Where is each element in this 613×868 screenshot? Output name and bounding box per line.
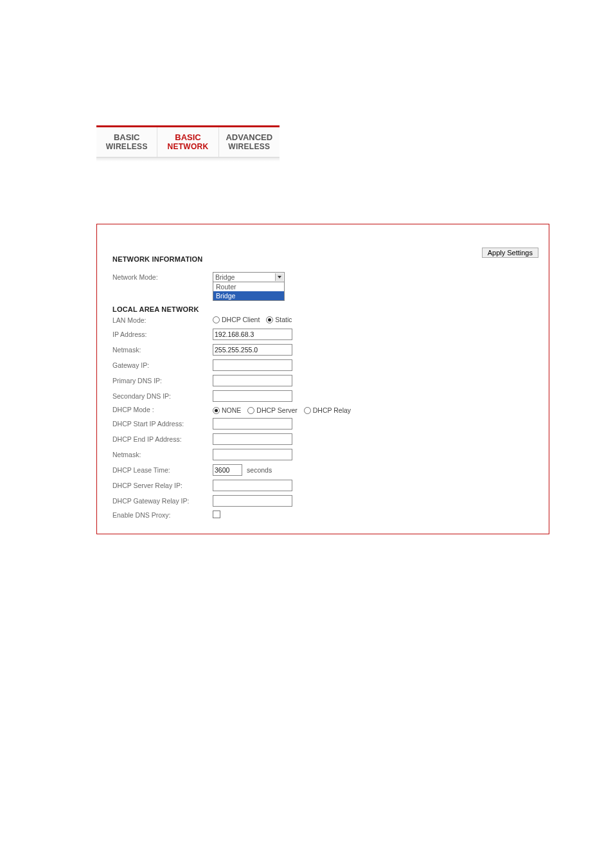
- netmask-input[interactable]: [213, 344, 292, 356]
- lan-mode-label: LAN Mode:: [112, 316, 209, 324]
- dhcp-mode-option-none: NONE: [222, 406, 241, 414]
- dhcp-netmask-label: Netmask:: [112, 451, 209, 458]
- dhcp-lease-time-unit: seconds: [247, 466, 272, 474]
- dhcp-server-relay-ip-input[interactable]: [213, 480, 292, 491]
- lan-mode-radio-group: DHCP Client Static: [213, 316, 292, 323]
- enable-dns-proxy-label: Enable DNS Proxy:: [112, 511, 209, 519]
- section-title-network-info: NETWORK INFORMATION: [112, 255, 537, 263]
- dhcp-mode-radio-relay[interactable]: [304, 407, 311, 414]
- gateway-ip-input[interactable]: [213, 359, 292, 371]
- dhcp-netmask-input[interactable]: [213, 449, 292, 460]
- dhcp-mode-option-relay: DHCP Relay: [313, 406, 351, 414]
- top-tabs: BASIC WIRELESS BASIC NETWORK ADVANCED WI…: [96, 125, 280, 161]
- apply-settings-button[interactable]: Apply Settings: [482, 248, 538, 258]
- chevron-down-icon: [278, 276, 281, 278]
- gateway-ip-label: Gateway IP:: [112, 361, 209, 369]
- tabs-shadow: [96, 158, 280, 161]
- tab-label-line1: BASIC: [175, 133, 200, 142]
- dhcp-mode-radio-server[interactable]: [247, 407, 254, 414]
- ip-address-input[interactable]: [213, 329, 292, 340]
- network-config-panel: Apply Settings NETWORK INFORMATION Netwo…: [96, 224, 549, 534]
- dhcp-mode-option-server: DHCP Server: [256, 406, 297, 414]
- dhcp-mode-radio-group: NONE DHCP Server DHCP Relay: [213, 406, 351, 414]
- netmask-label: Netmask:: [112, 346, 209, 354]
- primary-dns-input[interactable]: [213, 375, 292, 386]
- ip-address-label: IP Address:: [112, 330, 209, 338]
- lan-mode-radio-dhcp-client[interactable]: [213, 316, 220, 323]
- dhcp-mode-radio-none[interactable]: [213, 407, 220, 414]
- tab-label-line1: BASIC: [114, 133, 139, 142]
- dhcp-end-ip-input[interactable]: [213, 433, 292, 445]
- network-mode-value: Bridge: [215, 273, 235, 281]
- dhcp-gateway-relay-ip-input[interactable]: [213, 495, 292, 507]
- network-mode-option-router[interactable]: Router: [213, 282, 284, 291]
- dhcp-server-relay-ip-label: DHCP Server Relay IP:: [112, 482, 209, 489]
- network-mode-select[interactable]: Bridge Router Bridge: [213, 272, 285, 282]
- enable-dns-proxy-checkbox[interactable]: [213, 511, 220, 518]
- tab-advanced-wireless[interactable]: ADVANCED WIRELESS: [219, 127, 280, 157]
- network-mode-option-bridge[interactable]: Bridge: [213, 291, 284, 300]
- network-mode-label: Network Mode:: [112, 273, 209, 281]
- dhcp-end-ip-label: DHCP End IP Address:: [112, 435, 209, 443]
- section-title-lan: LOCAL AREA NETWORK: [112, 305, 537, 313]
- lan-mode-option-static: Static: [275, 316, 292, 323]
- tab-label-line2: NETWORK: [167, 143, 208, 151]
- tab-basic-wireless[interactable]: BASIC WIRELESS: [96, 127, 157, 157]
- tab-label-line2: WIRELESS: [228, 143, 270, 151]
- dhcp-start-ip-input[interactable]: [213, 418, 292, 429]
- dhcp-mode-label: DHCP Mode :: [112, 406, 209, 413]
- lan-mode-radio-static[interactable]: [266, 316, 273, 323]
- dhcp-start-ip-label: DHCP Start IP Address:: [112, 420, 209, 428]
- tab-label-line2: WIRELESS: [106, 143, 148, 151]
- secondary-dns-input[interactable]: [213, 390, 292, 402]
- network-mode-dropdown: Router Bridge: [213, 282, 285, 301]
- tab-label-line1: ADVANCED: [226, 133, 272, 142]
- lan-mode-option-dhcp-client: DHCP Client: [222, 316, 260, 323]
- dhcp-gateway-relay-ip-label: DHCP Gateway Relay IP:: [112, 497, 209, 505]
- secondary-dns-label: Secondary DNS IP:: [112, 392, 209, 400]
- tab-basic-network[interactable]: BASIC NETWORK: [157, 127, 218, 157]
- primary-dns-label: Primary DNS IP:: [112, 377, 209, 384]
- dhcp-lease-time-input[interactable]: [213, 464, 242, 476]
- dhcp-lease-time-label: DHCP Lease Time:: [112, 466, 209, 474]
